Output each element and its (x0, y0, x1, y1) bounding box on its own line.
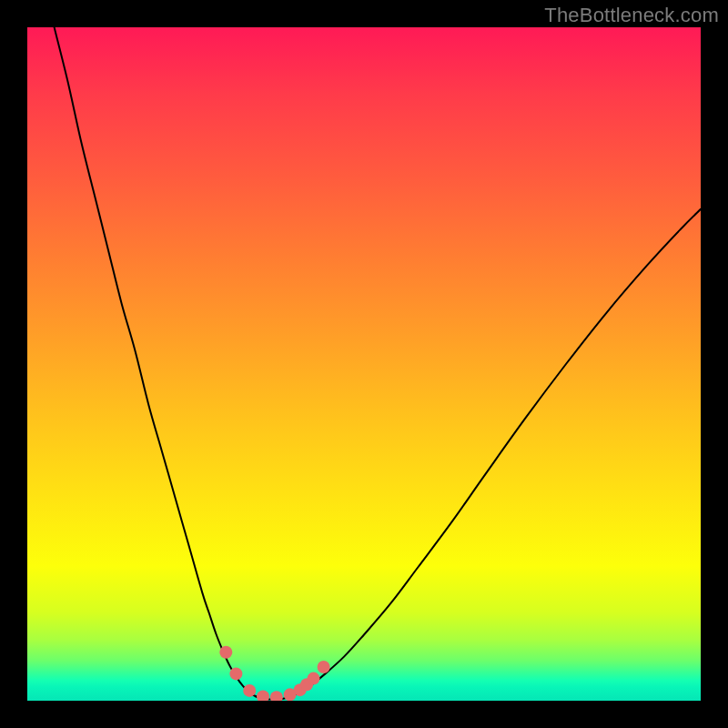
data-marker (257, 691, 269, 701)
marker-group (219, 646, 329, 701)
data-marker (219, 646, 232, 659)
chart-svg (27, 27, 701, 701)
watermark-text: TheBottleneck.com (544, 4, 719, 27)
data-marker (229, 667, 242, 680)
curve-right (297, 209, 701, 694)
plot-area (27, 27, 701, 701)
data-marker (270, 691, 283, 701)
data-marker (308, 672, 320, 685)
curve-left (55, 27, 257, 697)
data-marker (318, 661, 330, 673)
chart-frame: TheBottleneck.com (0, 0, 728, 728)
data-marker (243, 684, 256, 697)
